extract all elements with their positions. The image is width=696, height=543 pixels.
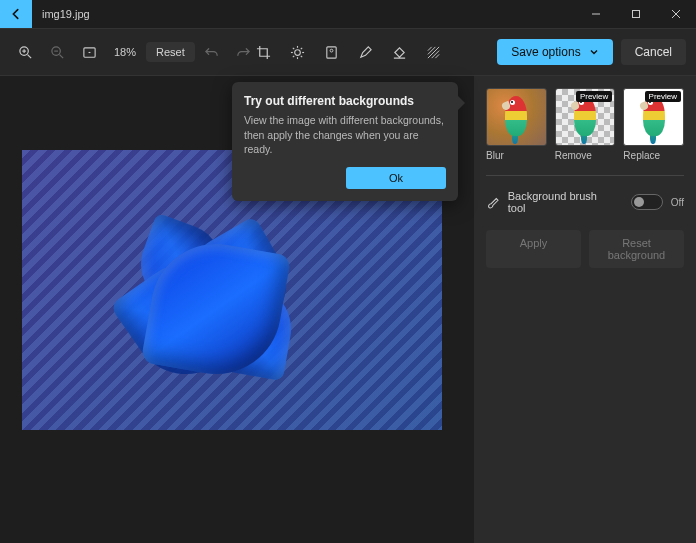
close-button[interactable] xyxy=(656,0,696,28)
brush-toggle-state: Off xyxy=(671,197,684,208)
bg-label-blur: Blur xyxy=(486,150,547,161)
save-label: Save options xyxy=(511,45,580,59)
tooltip-ok-button[interactable]: Ok xyxy=(346,167,446,189)
zoom-out-button[interactable] xyxy=(42,37,72,67)
svg-line-18 xyxy=(292,55,293,56)
undo-button[interactable] xyxy=(197,37,227,67)
fit-icon xyxy=(82,45,97,60)
cancel-button[interactable]: Cancel xyxy=(621,39,686,65)
markup-button[interactable] xyxy=(350,37,380,67)
bg-option-remove[interactable]: Preview Remove xyxy=(555,88,616,161)
background-button[interactable] xyxy=(418,37,448,67)
file-name: img19.jpg xyxy=(42,8,90,20)
markup-icon xyxy=(358,45,373,60)
bg-thumb-replace: Preview xyxy=(623,88,684,146)
brightness-icon xyxy=(290,45,305,60)
undo-icon xyxy=(204,45,219,60)
svg-line-26 xyxy=(435,54,439,58)
svg-line-19 xyxy=(300,47,301,48)
erase-icon xyxy=(392,45,407,60)
brush-label: Background brush tool xyxy=(508,190,616,214)
preview-tag: Preview xyxy=(645,91,681,102)
svg-line-7 xyxy=(59,54,63,58)
bg-thumb-remove: Preview xyxy=(555,88,616,146)
zoom-out-icon xyxy=(50,45,65,60)
svg-line-16 xyxy=(292,47,293,48)
apply-button[interactable]: Apply xyxy=(486,230,581,268)
close-icon xyxy=(671,9,681,19)
bg-label-remove: Remove xyxy=(555,150,616,161)
fit-to-window-button[interactable] xyxy=(74,37,104,67)
svg-line-25 xyxy=(431,50,439,58)
brush-tool-row: Background brush tool Off xyxy=(486,190,684,214)
zoom-in-icon xyxy=(18,45,33,60)
filter-button[interactable] xyxy=(316,37,346,67)
tooltip-title: Try out different backgrounds xyxy=(244,94,446,108)
svg-point-21 xyxy=(330,49,333,52)
bg-thumb-blur xyxy=(486,88,547,146)
bg-option-replace[interactable]: Preview Replace xyxy=(623,88,684,161)
erase-button[interactable] xyxy=(384,37,414,67)
svg-line-3 xyxy=(27,54,31,58)
zoom-in-button[interactable] xyxy=(10,37,40,67)
bg-option-blur[interactable]: Blur xyxy=(486,88,547,161)
crop-icon xyxy=(256,45,271,60)
divider xyxy=(486,175,684,176)
maximize-button[interactable] xyxy=(616,0,656,28)
background-tooltip: Try out different backgrounds View the i… xyxy=(232,82,458,201)
svg-rect-1 xyxy=(633,11,640,18)
brush-toggle[interactable] xyxy=(631,194,662,210)
save-options-button[interactable]: Save options xyxy=(497,39,612,65)
svg-line-22 xyxy=(427,46,431,50)
svg-point-11 xyxy=(294,49,300,55)
svg-line-23 xyxy=(427,46,435,54)
panel-actions: Apply Reset background xyxy=(486,230,684,268)
crop-button[interactable] xyxy=(248,37,278,67)
preview-tag: Preview xyxy=(576,91,612,102)
filter-icon xyxy=(324,45,339,60)
minimize-button[interactable] xyxy=(576,0,616,28)
tooltip-body: View the image with different background… xyxy=(244,113,446,157)
background-panel: Blur Preview Remove Preview Replace Back… xyxy=(474,76,696,543)
bg-label-replace: Replace xyxy=(623,150,684,161)
minimize-icon xyxy=(591,9,601,19)
toolbar: 18% Reset Save options Cancel xyxy=(0,28,696,76)
reset-zoom-button[interactable]: Reset xyxy=(146,42,195,62)
maximize-icon xyxy=(631,9,641,19)
adjustment-button[interactable] xyxy=(282,37,312,67)
back-button[interactable] xyxy=(0,0,32,28)
arrow-left-icon xyxy=(9,7,23,21)
background-options: Blur Preview Remove Preview Replace xyxy=(486,88,684,161)
reset-background-button[interactable]: Reset background xyxy=(589,230,684,268)
background-icon xyxy=(426,45,441,60)
zoom-percentage: 18% xyxy=(106,46,144,58)
chevron-down-icon xyxy=(589,47,599,57)
title-bar: img19.jpg xyxy=(0,0,696,28)
brush-icon xyxy=(486,195,500,209)
svg-line-17 xyxy=(300,55,301,56)
